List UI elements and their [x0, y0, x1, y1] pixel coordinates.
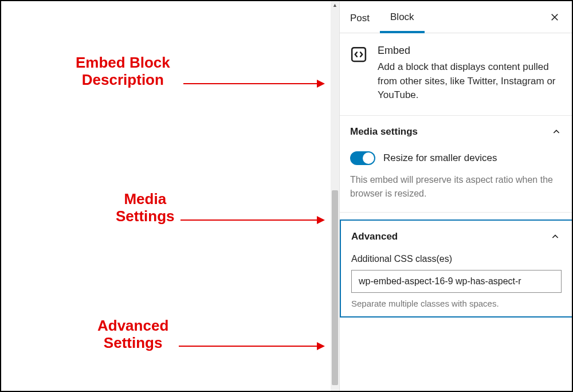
css-classes-input[interactable] [351, 270, 562, 293]
annotation-embed-desc: Embed Block Description [76, 54, 170, 89]
block-description-panel: Embed Add a block that displays content … [340, 33, 573, 116]
arrow-icon [179, 346, 324, 347]
scrollbar-up-icon[interactable]: ▲ [331, 1, 339, 9]
close-icon [550, 12, 560, 22]
embed-icon [350, 46, 367, 63]
tab-block[interactable]: Block [380, 1, 425, 33]
chevron-up-icon [550, 126, 563, 138]
tab-post[interactable]: Post [340, 2, 380, 32]
resize-toggle-label: Resize for smaller devices [383, 152, 497, 164]
media-settings-panel: Media settings Resize for smaller device… [340, 116, 573, 213]
advanced-panel: Advanced Additional CSS class(es) Separa… [340, 219, 573, 317]
annotation-advanced-settings: Advanced Settings [97, 317, 168, 352]
block-title: Embed [378, 45, 562, 57]
scrollbar-thumb[interactable] [332, 190, 338, 385]
advanced-toggle[interactable]: Advanced [351, 221, 562, 253]
svg-rect-0 [352, 48, 366, 61]
css-classes-label: Additional CSS class(es) [351, 254, 562, 264]
scrollbar[interactable]: ▲ [331, 1, 339, 391]
arrow-icon [180, 219, 324, 221]
block-settings-sidebar: Post Block Embed Add a block that displa… [339, 1, 573, 391]
css-classes-help: Separate multiple classes with spaces. [351, 299, 562, 308]
block-subtitle: Add a block that displays content pulled… [378, 60, 562, 103]
editor-canvas: Embed Block Description Media Settings A… [1, 1, 331, 391]
resize-toggle[interactable] [350, 151, 375, 165]
close-sidebar-button[interactable] [547, 9, 563, 25]
tabs-row: Post Block [340, 1, 573, 33]
media-settings-help: This embed will preserve its aspect rati… [350, 173, 563, 201]
toggle-knob [363, 152, 374, 164]
arrow-icon [183, 83, 324, 84]
chevron-up-icon [549, 230, 562, 243]
media-settings-toggle[interactable]: Media settings [350, 116, 563, 148]
annotation-media-settings: Media Settings [116, 191, 175, 225]
